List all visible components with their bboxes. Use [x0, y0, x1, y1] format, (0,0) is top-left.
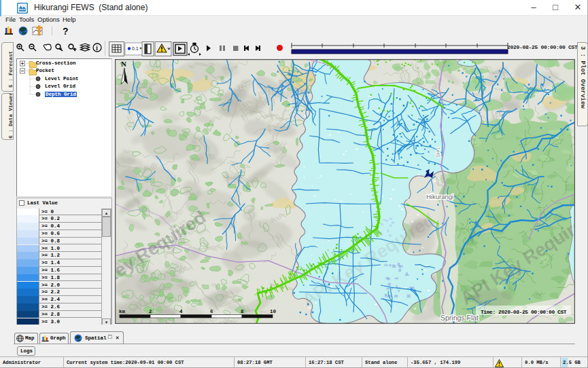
svg-text:6: 6 — [210, 309, 213, 314]
svg-text:SH 1: SH 1 — [436, 147, 440, 158]
svg-text:km: km — [119, 309, 126, 314]
svg-text:4: 4 — [179, 309, 183, 314]
svg-text:Springs Flat: Springs Flat — [440, 314, 479, 322]
svg-text:Time: 2020-08-25 00:00:00 CST: Time: 2020-08-25 00:00:00 CST — [481, 309, 567, 315]
svg-text:0.1: 0.1 — [132, 46, 139, 51]
svg-text:10: 10 — [270, 309, 277, 314]
svg-text:N: N — [121, 60, 126, 68]
svg-text:i: i — [96, 45, 98, 52]
svg-text:2: 2 — [149, 309, 152, 314]
svg-text:?: ? — [63, 26, 69, 37]
svg-text:Hikurangi: Hikurangi — [426, 193, 453, 200]
svg-text:8: 8 — [241, 309, 244, 314]
